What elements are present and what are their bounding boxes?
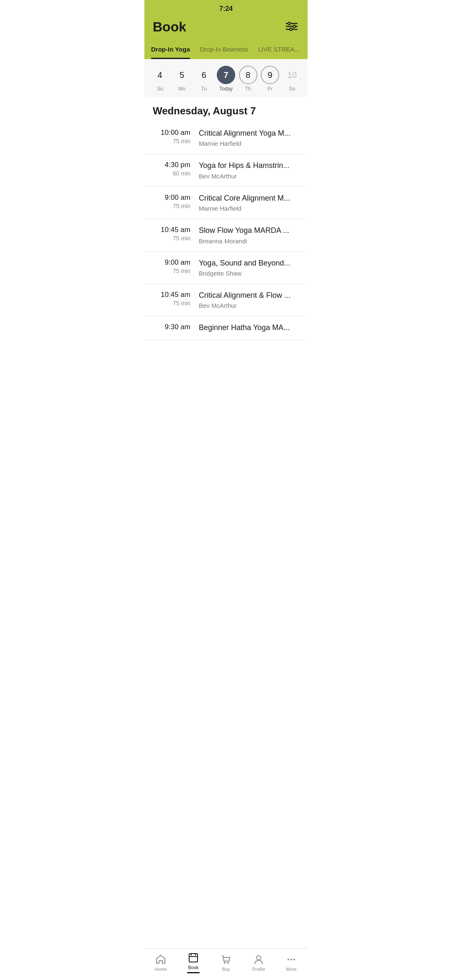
class-time-value: 9:30 am xyxy=(153,323,190,331)
class-time-value: 10:00 am xyxy=(153,129,190,137)
header: Book xyxy=(144,16,308,41)
class-time: 10:45 am 75 min xyxy=(153,226,199,242)
class-name: Yoga for Hips & Hamstrin... xyxy=(199,161,299,170)
class-item[interactable]: 9:00 am 75 min Yoga, Sound and Beyond...… xyxy=(144,252,308,284)
class-item[interactable]: 9:00 am 75 min Critical Core Alignment M… xyxy=(144,187,308,219)
class-item[interactable]: 4:30 pm 60 min Yoga for Hips & Hamstrin.… xyxy=(144,154,308,186)
class-time-value: 9:00 am xyxy=(153,258,190,267)
svg-point-5 xyxy=(290,28,292,31)
day-label: Fr xyxy=(268,86,272,92)
class-name: Critical Core Alignment M... xyxy=(199,193,299,203)
class-time-value: 9:00 am xyxy=(153,193,190,202)
day-label: Tu xyxy=(201,86,207,92)
class-item[interactable]: 10:45 am 75 min Critical Alignment & Flo… xyxy=(144,284,308,316)
day-number: 7 xyxy=(217,66,235,84)
filter-icon xyxy=(286,22,298,31)
tab-drop-in-bowness[interactable]: Drop-In Bowness xyxy=(200,41,248,59)
class-time-value: 10:45 am xyxy=(153,291,190,299)
class-info: Critical Alignment & Flow ... Bev McArth… xyxy=(199,291,299,309)
class-time: 9:00 am 75 min xyxy=(153,258,199,274)
svg-point-3 xyxy=(293,25,295,28)
class-duration: 75 min xyxy=(153,268,190,274)
class-duration: 75 min xyxy=(153,300,190,307)
calendar-day-4[interactable]: 4 Su xyxy=(149,66,170,92)
calendar-day-8[interactable]: 8 Th xyxy=(238,66,259,92)
class-time-value: 4:30 pm xyxy=(153,161,190,169)
class-info: Yoga, Sound and Beyond... Bridgette Shaw xyxy=(199,258,299,277)
day-label: Today xyxy=(219,86,233,92)
class-info: Slow Flow Yoga MARDA ... Breanna Morandi xyxy=(199,226,299,244)
class-info: Yoga for Hips & Hamstrin... Bev McArthur xyxy=(199,161,299,179)
class-name: Critical Alignment Yoga M... xyxy=(199,129,299,138)
class-instructor: Breanna Morandi xyxy=(199,237,299,245)
page-title: Book xyxy=(153,19,186,35)
status-bar: 7:24 xyxy=(144,0,308,16)
class-instructor: Bridgette Shaw xyxy=(199,270,299,277)
calendar-day-5[interactable]: 5 Mo xyxy=(172,66,193,92)
calendar-day-9[interactable]: 9 Fr xyxy=(259,66,280,92)
day-label: Th xyxy=(245,86,251,92)
class-instructor: Marnie Harfield xyxy=(199,205,299,212)
svg-point-1 xyxy=(288,22,290,25)
tab-drop-in-yoga[interactable]: Drop-In Yoga xyxy=(151,41,190,59)
status-time: 7:24 xyxy=(219,5,233,12)
day-number: 5 xyxy=(173,66,191,84)
class-time: 10:45 am 75 min xyxy=(153,291,199,307)
class-time: 4:30 pm 60 min xyxy=(153,161,199,177)
tab-live-stream[interactable]: LIVE STREA... xyxy=(258,41,300,59)
class-info: Beginner Hatha Yoga MA... xyxy=(199,323,299,333)
day-number: 8 xyxy=(239,66,257,84)
day-label: Sa xyxy=(289,86,295,92)
tabs-bar: Drop-In Yoga Drop-In Bowness LIVE STREA.… xyxy=(144,41,308,59)
day-number: 6 xyxy=(195,66,213,84)
day-number: 10 xyxy=(283,66,301,84)
calendar-day-7[interactable]: 7 Today xyxy=(216,66,236,92)
class-info: Critical Core Alignment M... Marnie Harf… xyxy=(199,193,299,212)
class-info: Critical Alignment Yoga M... Marnie Harf… xyxy=(199,129,299,147)
day-number: 4 xyxy=(151,66,169,84)
calendar-day-10[interactable]: 10 Sa xyxy=(282,66,303,92)
class-time-value: 10:45 am xyxy=(153,226,190,234)
class-item[interactable]: 9:30 am Beginner Hatha Yoga MA... xyxy=(144,316,308,340)
class-instructor: Bev McArthur xyxy=(199,302,299,309)
class-time: 10:00 am 75 min xyxy=(153,129,199,144)
day-number: 9 xyxy=(261,66,279,84)
class-duration: 75 min xyxy=(153,203,190,209)
class-time: 9:30 am xyxy=(153,323,199,331)
class-instructor: Bev McArthur xyxy=(199,173,299,180)
filter-button[interactable] xyxy=(284,20,299,34)
class-time: 9:00 am 75 min xyxy=(153,193,199,209)
class-instructor: Marnie Harfield xyxy=(199,140,299,147)
calendar-strip: 4 Su 5 Mo 6 Tu 7 Today 8 Th 9 Fr 10 Sa xyxy=(144,59,308,97)
calendar-day-6[interactable]: 6 Tu xyxy=(193,66,214,92)
class-item[interactable]: 10:45 am 75 min Slow Flow Yoga MARDA ...… xyxy=(144,219,308,251)
classes-list: 10:00 am 75 min Critical Alignment Yoga … xyxy=(144,122,308,374)
class-name: Slow Flow Yoga MARDA ... xyxy=(199,226,299,235)
class-duration: 75 min xyxy=(153,235,190,242)
class-name: Yoga, Sound and Beyond... xyxy=(199,258,299,268)
class-item[interactable]: 10:00 am 75 min Critical Alignment Yoga … xyxy=(144,122,308,154)
class-duration: 75 min xyxy=(153,138,190,144)
class-name: Beginner Hatha Yoga MA... xyxy=(199,323,299,333)
day-label: Mo xyxy=(178,86,185,92)
date-heading: Wednesday, August 7 xyxy=(144,97,308,122)
class-duration: 60 min xyxy=(153,170,190,177)
class-name: Critical Alignment & Flow ... xyxy=(199,291,299,300)
day-label: Su xyxy=(157,86,163,92)
